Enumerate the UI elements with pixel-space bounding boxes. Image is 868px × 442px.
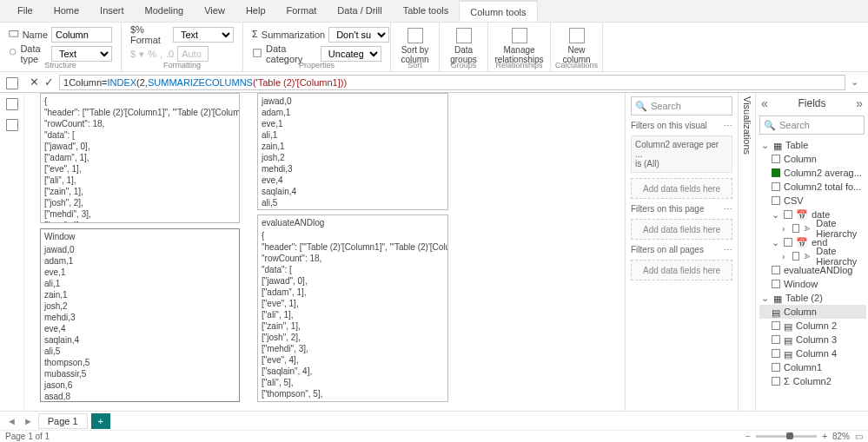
menu-table-tools[interactable]: Table tools xyxy=(393,0,460,22)
expand-fields-icon[interactable]: » xyxy=(856,96,863,110)
sigma-icon: Σ xyxy=(252,29,258,41)
zoom-slider[interactable] xyxy=(756,435,817,438)
filters-all-header: Filters on all pages xyxy=(631,245,704,254)
cancel-formula-icon[interactable]: ✕ xyxy=(30,76,39,89)
fit-page-icon[interactable]: ▭ xyxy=(855,432,863,441)
visual-window[interactable]: Window jawad,0 adam,1 eve,1 ali,1 zain,1… xyxy=(40,228,240,402)
fields-tree: ⌄▦Table Column Column2 averag... Column2… xyxy=(756,136,868,411)
visual-evaluate-log-title: evaluateANDlog xyxy=(262,217,444,228)
next-page-icon[interactable]: ► xyxy=(22,416,35,426)
field-column2-average[interactable]: Column2 averag... xyxy=(759,166,866,180)
ribbon: Name Data type Text Structure $% Format … xyxy=(0,23,868,72)
visual-list-3[interactable]: jawad,0 adam,1 eve,1 ali,1 zain,1 josh,2… xyxy=(257,93,448,210)
groups-icon xyxy=(456,28,472,43)
field-t2-column1[interactable]: Column1 xyxy=(759,360,866,374)
datacategory-select[interactable]: Uncategorized xyxy=(321,46,381,62)
zoom-level: 82% xyxy=(832,432,850,441)
visualizations-label: Visualizations xyxy=(742,96,752,155)
filters-all-dropzone[interactable]: Add data fields here xyxy=(631,260,732,280)
menu-file[interactable]: File xyxy=(7,0,43,22)
search-icon: 🔍 xyxy=(764,120,776,131)
view-switcher xyxy=(0,93,24,411)
table-node-table2[interactable]: ⌄▦Table (2) xyxy=(759,291,866,305)
hierarchy-icon: ⩺ xyxy=(803,251,812,261)
field-evaluateandlog[interactable]: evaluateANDlog xyxy=(759,263,866,277)
field-date-hierarchy-1[interactable]: ›⩺Date Hierarchy xyxy=(759,221,866,235)
field-csv[interactable]: CSV xyxy=(759,194,866,208)
commit-formula-icon[interactable]: ✓ xyxy=(44,76,54,89)
report-view-icon[interactable] xyxy=(6,77,18,89)
group-relationships: Relationships xyxy=(488,61,550,69)
field-t2-column-3[interactable]: ▤Column 3 xyxy=(759,333,866,346)
menubar: File Home Insert Modeling View Help Form… xyxy=(0,0,868,23)
field-t2-column[interactable]: ▤Column xyxy=(759,305,866,319)
percent-button[interactable]: % xyxy=(148,49,156,59)
menu-data-drill[interactable]: Data / Drill xyxy=(327,0,392,22)
data-view-icon[interactable] xyxy=(6,98,18,110)
more-icon[interactable]: ⋯ xyxy=(724,245,732,254)
field-t2-column-4[interactable]: ▤Column 4 xyxy=(759,346,866,360)
new-column-icon xyxy=(569,28,585,43)
main: { "header": ["'Table (2)'[Column1]", "'T… xyxy=(0,93,868,411)
table-icon: ▦ xyxy=(773,141,782,149)
group-groups: Groups xyxy=(440,61,487,69)
report-canvas[interactable]: { "header": ["'Table (2)'[Column1]", "'T… xyxy=(24,93,625,411)
model-view-icon[interactable] xyxy=(6,119,18,131)
expand-formula-icon[interactable]: ⌄ xyxy=(851,76,863,88)
more-icon[interactable]: ⋯ xyxy=(724,121,732,130)
filters-page-dropzone[interactable]: Add data fields here xyxy=(631,219,732,240)
field-column2-total[interactable]: Column2 total fo... xyxy=(759,180,866,194)
visual-evaluate-log[interactable]: evaluateANDlog { "header": ["'Table (2)'… xyxy=(257,214,448,402)
table-icon: ▦ xyxy=(773,294,782,302)
zoom-in-button[interactable]: + xyxy=(822,432,827,441)
field-t2-column-2[interactable]: ▤Column 2 xyxy=(759,319,866,333)
svg-rect-0 xyxy=(10,30,18,36)
group-structure: Structure xyxy=(0,61,121,69)
menu-home[interactable]: Home xyxy=(43,0,89,22)
menu-modeling[interactable]: Modeling xyxy=(135,0,195,22)
menu-column-tools[interactable]: Column tools xyxy=(459,0,537,22)
currency-button[interactable]: $ xyxy=(130,49,136,59)
page-tab-1[interactable]: Page 1 xyxy=(38,413,88,429)
field-column[interactable]: Column xyxy=(759,152,866,166)
filter-card[interactable]: Column2 average per ... is (All) xyxy=(631,135,732,173)
page-tabs: ◄ ► Page 1 + xyxy=(0,411,868,430)
filters-pane: 🔍 Search Filters on this visual⋯ Column2… xyxy=(625,93,738,411)
field-window[interactable]: Window xyxy=(759,277,866,291)
filters-visual-dropzone[interactable]: Add data fields here xyxy=(631,178,732,199)
decimals-label: .0 xyxy=(166,49,174,59)
datatype-icon xyxy=(9,48,17,60)
decimals-input[interactable] xyxy=(177,46,209,62)
menu-view[interactable]: View xyxy=(194,0,235,22)
filters-visual-header: Filters on this visual xyxy=(631,121,707,130)
more-icon[interactable]: ⋯ xyxy=(724,204,732,214)
calc-column-icon: ▤ xyxy=(784,321,792,330)
hierarchy-icon: ⩺ xyxy=(803,223,812,234)
prev-page-icon[interactable]: ◄ xyxy=(5,416,18,426)
formula-input[interactable]: 1 Column = INDEX (2, SUMMARIZECOLUMNS ('… xyxy=(59,75,845,90)
format-select[interactable]: Text xyxy=(173,27,234,43)
field-date-hierarchy-2[interactable]: ›⩺Date Hierarchy xyxy=(759,249,866,263)
filters-page-header: Filters on this page xyxy=(631,204,705,214)
fields-search[interactable]: 🔍 Search xyxy=(759,115,865,135)
menu-insert[interactable]: Insert xyxy=(89,0,135,22)
calc-column-icon: ▤ xyxy=(772,307,780,316)
zoom-out-button[interactable]: − xyxy=(745,432,751,441)
page-indicator: Page 1 of 1 xyxy=(5,432,50,441)
field-t2-column2[interactable]: ΣColumn2 xyxy=(759,374,866,388)
visual-window-title: Window xyxy=(44,231,235,242)
filters-search[interactable]: 🔍 Search xyxy=(631,96,732,115)
table-node-table[interactable]: ⌄▦Table xyxy=(759,138,866,152)
name-label: Name xyxy=(23,30,48,40)
comma-button[interactable]: , xyxy=(160,49,162,59)
group-properties: Properties xyxy=(243,61,390,69)
name-input[interactable] xyxy=(51,27,112,43)
menu-help[interactable]: Help xyxy=(235,0,276,22)
visualizations-pane-collapsed[interactable]: Visualizations xyxy=(738,93,755,411)
collapse-fields-icon[interactable]: « xyxy=(761,96,768,110)
datatype-select[interactable]: Text xyxy=(51,46,112,62)
menu-format[interactable]: Format xyxy=(276,0,328,22)
visual-json-1[interactable]: { "header": ["'Table (2)'[Column1]", "'T… xyxy=(40,93,240,223)
summarization-select[interactable]: Don't summarize xyxy=(328,27,389,43)
add-page-button[interactable]: + xyxy=(91,413,110,429)
